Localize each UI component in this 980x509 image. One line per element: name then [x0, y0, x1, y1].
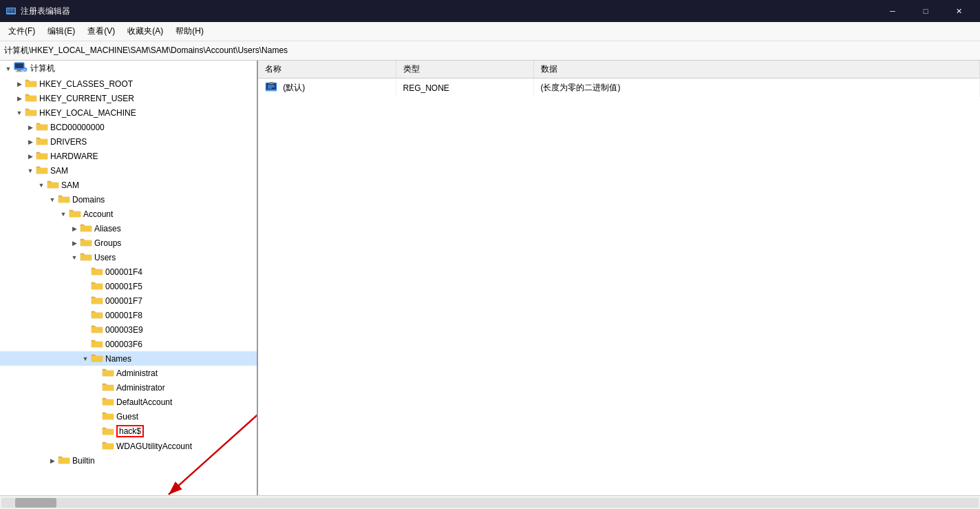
menu-item-favorites[interactable]: 收藏夹(A) [122, 23, 169, 39]
expand-sam[interactable]: ▼ [25, 165, 36, 176]
folder-icon-sam [36, 165, 48, 176]
sidebar-item-groups[interactable]: ▶ Groups [0, 236, 257, 250]
sidebar-item-drivers[interactable]: ▶ DRIVERS [0, 134, 257, 149]
sidebar-item-wdagutility[interactable]: ▶ WDAGUtilityAccount [0, 439, 257, 453]
expand-drivers[interactable]: ▶ [25, 136, 36, 147]
root-label: 计算机 [30, 63, 55, 74]
sidebar-item-aliases[interactable]: ▶ Aliases [0, 221, 257, 236]
tree-pane[interactable]: ▼ R 计算机 ▶ [0, 61, 258, 495]
names-label: Names [105, 354, 131, 364]
administrat-label: Administrat [116, 368, 158, 378]
row-data-cell: (长度为零的二进制值) [533, 79, 980, 98]
maximize-button[interactable]: □ [910, 0, 941, 22]
folder-icon-hkcu [25, 92, 37, 104]
sidebar-item-sam[interactable]: ▼ SAM [0, 163, 257, 178]
u1f4-label: 000001F4 [105, 267, 142, 277]
sidebar-item-u1f7[interactable]: ▶ 000001F7 [0, 293, 257, 308]
close-button[interactable]: ✕ [943, 0, 974, 22]
row-name-cell: (默认) [258, 79, 396, 98]
defaultaccount-label: DefaultAccount [116, 397, 172, 407]
folder-icon-administrator [102, 382, 114, 393]
sidebar-item-sam2[interactable]: ▼ SAM [0, 178, 257, 192]
aliases-label: Aliases [94, 224, 121, 233]
folder-icon-names [91, 353, 103, 364]
expand-sam2[interactable]: ▼ [36, 180, 47, 191]
folder-icon-groups [80, 237, 92, 249]
menu-item-edit[interactable]: 编辑(E) [42, 23, 81, 39]
sidebar-item-hkcu[interactable]: ▶ HKEY_CURRENT_USER [0, 91, 257, 105]
folder-icon-u1f5 [91, 280, 103, 292]
wdagutility-label: WDAGUtilityAccount [116, 442, 192, 451]
sidebar-item-account[interactable]: ▼ Account [0, 207, 257, 221]
sidebar-item-domains[interactable]: ▼ Domains [0, 192, 257, 207]
tree-root[interactable]: ▼ R 计算机 [0, 61, 257, 76]
hardware-label: HARDWARE [50, 152, 98, 161]
sidebar-item-hkcr[interactable]: ▶ HKEY_CLASSES_ROOT [0, 76, 257, 91]
expand-root[interactable]: ▼ [3, 63, 14, 74]
folder-icon-hkcr [25, 78, 37, 90]
folder-icon-u3f6 [91, 338, 103, 350]
menu-item-help[interactable]: 帮助(H) [170, 23, 209, 39]
hklm-label: HKEY_LOCAL_MACHINE [39, 108, 136, 118]
main-content: ▼ R 计算机 ▶ [0, 61, 980, 495]
domains-label: Domains [72, 195, 105, 205]
folder-icon-drivers [36, 136, 48, 147]
account-label: Account [83, 209, 113, 219]
sidebar-item-builtin[interactable]: ▶ Builtin [0, 453, 257, 468]
col-data-header: 数据 [533, 61, 980, 79]
expand-hkcr[interactable]: ▶ [14, 79, 25, 90]
folder-icon-domains [58, 194, 70, 205]
expand-groups[interactable]: ▶ [69, 238, 80, 249]
svg-rect-9 [17, 70, 21, 71]
svg-rect-10 [16, 71, 23, 72]
titlebar-left: 注册表编辑器 [6, 6, 70, 17]
folder-icon-u1f8 [91, 309, 103, 321]
sidebar-item-administrat[interactable]: ▶ Administrat [0, 366, 257, 380]
expand-aliases[interactable]: ▶ [69, 223, 80, 234]
scrollbar-thumb[interactable] [15, 498, 56, 508]
u3e9-label: 000003E9 [105, 325, 143, 335]
expand-domains[interactable]: ▼ [47, 194, 58, 205]
expand-users[interactable]: ▼ [69, 252, 80, 263]
svg-rect-20 [269, 82, 273, 84]
sidebar-item-u3e9[interactable]: ▶ 000003E9 [0, 322, 257, 337]
sidebar-item-u1f4[interactable]: ▶ 000001F4 [0, 264, 257, 279]
expand-hkcu[interactable]: ▶ [14, 93, 25, 104]
sidebar-item-guest[interactable]: ▶ Guest [0, 409, 257, 424]
sidebar-item-u1f5[interactable]: ▶ 000001F5 [0, 279, 257, 293]
expand-account[interactable]: ▼ [58, 209, 69, 220]
sidebar-item-hklm[interactable]: ▼ HKEY_LOCAL_MACHINE [0, 105, 257, 120]
sidebar-item-hacks[interactable]: ▶ hack$ [0, 424, 257, 439]
expand-builtin[interactable]: ▶ [47, 455, 58, 466]
u1f7-label: 000001F7 [105, 296, 142, 306]
expand-hklm[interactable]: ▼ [14, 107, 25, 118]
hkcr-label: HKEY_CLASSES_ROOT [39, 79, 133, 89]
hkcu-label: HKEY_CURRENT_USER [39, 94, 134, 103]
groups-label: Groups [94, 238, 121, 248]
folder-icon-u3e9 [91, 324, 103, 335]
titlebar-controls: ─ □ ✕ [877, 0, 974, 22]
expand-hardware[interactable]: ▶ [25, 151, 36, 162]
drivers-label: DRIVERS [50, 137, 87, 147]
svg-text:R: R [23, 68, 26, 72]
sidebar-item-u1f8[interactable]: ▶ 000001F8 [0, 308, 257, 322]
scrollbar-track[interactable] [1, 498, 979, 508]
sidebar-item-administrator[interactable]: ▶ Administrator [0, 380, 257, 395]
table-row[interactable]: (默认) REG_NONE (长度为零的二进制值) [258, 79, 980, 98]
sidebar-item-users[interactable]: ▼ Users [0, 250, 257, 264]
sidebar-item-names[interactable]: ▼ Names [0, 351, 257, 366]
guest-label: Guest [116, 412, 138, 422]
menu-item-view[interactable]: 查看(V) [82, 23, 120, 39]
svg-rect-1 [7, 8, 15, 13]
minimize-button[interactable]: ─ [877, 0, 908, 22]
expand-names[interactable]: ▼ [80, 353, 91, 364]
bottom-scrollbar[interactable] [0, 495, 980, 509]
sidebar-item-hardware[interactable]: ▶ HARDWARE [0, 149, 257, 163]
menu-item-file[interactable]: 文件(F) [3, 23, 41, 39]
expand-bcd[interactable]: ▶ [25, 122, 36, 133]
detail-pane: 名称 类型 数据 [258, 61, 980, 495]
sidebar-item-u3f6[interactable]: ▶ 000003F6 [0, 337, 257, 351]
sidebar-item-bcd[interactable]: ▶ BCD00000000 [0, 120, 257, 134]
folder-icon-hacks [102, 426, 114, 437]
sidebar-item-defaultaccount[interactable]: ▶ DefaultAccount [0, 395, 257, 409]
